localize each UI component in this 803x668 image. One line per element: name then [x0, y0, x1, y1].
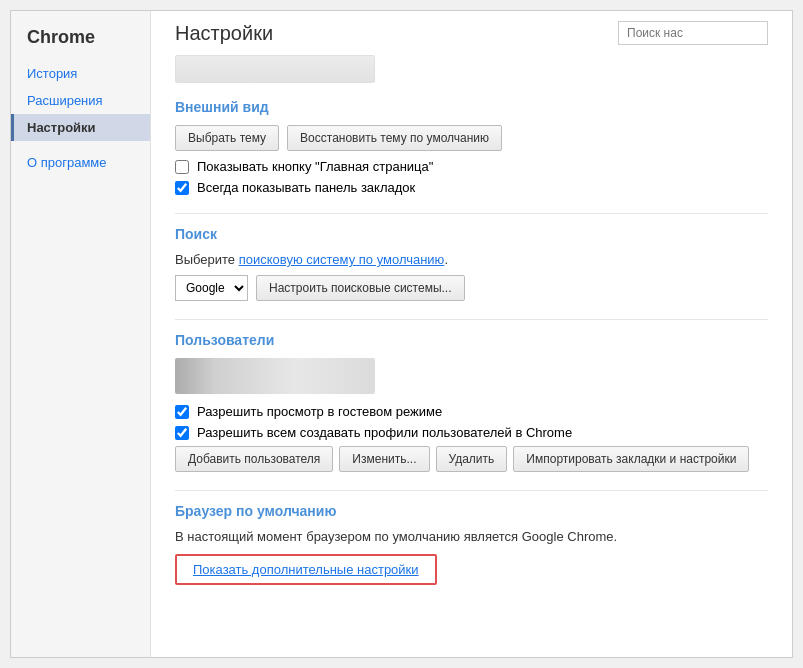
- default-search-link[interactable]: поисковую систему по умолчанию: [239, 252, 445, 267]
- theme-buttons-row: Выбрать тему Восстановить тему по умолча…: [175, 125, 768, 151]
- choose-theme-button[interactable]: Выбрать тему: [175, 125, 279, 151]
- restore-theme-button[interactable]: Восстановить тему по умолчанию: [287, 125, 502, 151]
- users-title: Пользователи: [175, 332, 768, 348]
- main-window: Chrome История Расширения Настройки О пр…: [10, 10, 793, 658]
- import-button[interactable]: Импортировать закладки и настройки: [513, 446, 749, 472]
- allow-guest-label: Разрешить просмотр в гостевом режиме: [197, 404, 442, 419]
- divider-1: [175, 213, 768, 214]
- sidebar-brand: Chrome: [11, 27, 150, 60]
- show-home-btn-checkbox[interactable]: [175, 160, 189, 174]
- appearance-section: Внешний вид Выбрать тему Восстановить те…: [175, 99, 768, 195]
- divider-3: [175, 490, 768, 491]
- sidebar-item-extensions[interactable]: Расширения: [11, 87, 150, 114]
- show-bookmarks-label: Всегда показывать панель закладок: [197, 180, 415, 195]
- allow-profiles-checkbox[interactable]: [175, 426, 189, 440]
- allow-profiles-label: Разрешить всем создавать профили пользов…: [197, 425, 572, 440]
- delete-user-button[interactable]: Удалить: [436, 446, 508, 472]
- default-browser-section: Браузер по умолчанию В настоящий момент …: [175, 503, 768, 585]
- show-home-btn-label: Показывать кнопку "Главная страница": [197, 159, 433, 174]
- sidebar-item-about[interactable]: О программе: [11, 149, 150, 176]
- search-desc-suffix: .: [444, 252, 448, 267]
- search-description: Выберите поисковую систему по умолчанию.: [175, 252, 768, 267]
- user-avatar-bar: [175, 358, 375, 394]
- divider-2: [175, 319, 768, 320]
- content-header: Настройки: [175, 21, 768, 45]
- show-bookmarks-checkbox[interactable]: [175, 181, 189, 195]
- search-desc-prefix: Выберите: [175, 252, 239, 267]
- default-browser-title: Браузер по умолчанию: [175, 503, 768, 519]
- show-home-btn-row: Показывать кнопку "Главная страница": [175, 159, 768, 174]
- search-section: Поиск Выберите поисковую систему по умол…: [175, 226, 768, 301]
- page-title: Настройки: [175, 22, 273, 45]
- users-section: Пользователи Разрешить просмотр в гостев…: [175, 332, 768, 472]
- appearance-title: Внешний вид: [175, 99, 768, 115]
- sidebar-item-history[interactable]: История: [11, 60, 150, 87]
- search-engine-row: Google Настроить поисковые системы...: [175, 275, 768, 301]
- sidebar-item-settings[interactable]: Настройки: [11, 114, 150, 141]
- show-bookmarks-row: Всегда показывать панель закладок: [175, 180, 768, 195]
- show-more-settings-button[interactable]: Показать дополнительные настройки: [175, 554, 437, 585]
- search-engine-select[interactable]: Google: [175, 275, 248, 301]
- user-action-buttons: Добавить пользователя Изменить... Удалит…: [175, 446, 768, 472]
- search-input[interactable]: [618, 21, 768, 45]
- settings-content: Настройки Внешний вид Выбрать тему Восст…: [151, 11, 792, 657]
- top-bar-decoration: [175, 55, 375, 83]
- allow-profiles-row: Разрешить всем создавать профили пользов…: [175, 425, 768, 440]
- sidebar: Chrome История Расширения Настройки О пр…: [11, 11, 151, 657]
- allow-guest-row: Разрешить просмотр в гостевом режиме: [175, 404, 768, 419]
- edit-user-button[interactable]: Изменить...: [339, 446, 429, 472]
- add-user-button[interactable]: Добавить пользователя: [175, 446, 333, 472]
- configure-search-button[interactable]: Настроить поисковые системы...: [256, 275, 465, 301]
- search-title: Поиск: [175, 226, 768, 242]
- allow-guest-checkbox[interactable]: [175, 405, 189, 419]
- default-browser-description: В настоящий момент браузером по умолчани…: [175, 529, 768, 544]
